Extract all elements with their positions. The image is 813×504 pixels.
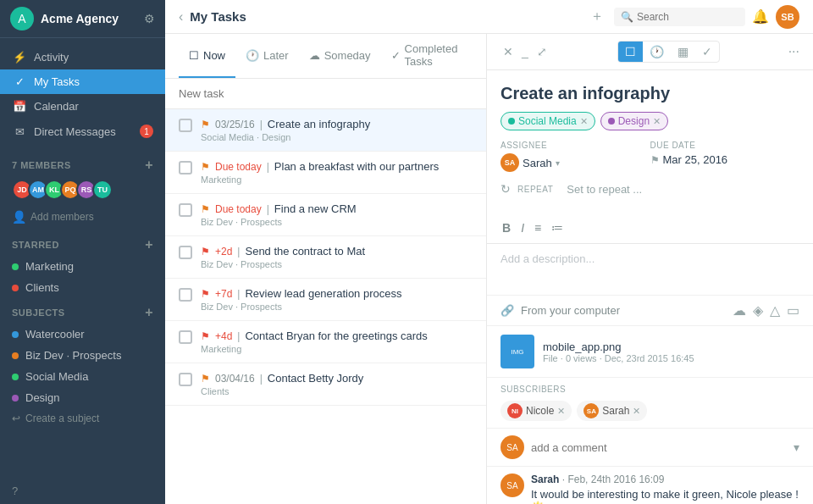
repeat-value[interactable]: Set to repeat ... — [567, 183, 642, 196]
completed-icon: ✓ — [391, 49, 401, 62]
box-icon[interactable]: ▭ — [787, 302, 799, 318]
task-title-row: ⚑ 03/25/16 | Create an infography — [201, 118, 473, 130]
comment-item: SA Sarah · Feb, 24th 2016 16:09 It would… — [501, 474, 799, 504]
dot-icon — [12, 331, 19, 338]
new-task-input[interactable] — [179, 87, 473, 100]
add-member-icon[interactable]: + — [145, 158, 153, 173]
user-avatar[interactable]: SB — [776, 5, 799, 29]
tab-now[interactable]: ☐ Now — [179, 34, 235, 78]
expand-icon[interactable]: ⤢ — [534, 42, 550, 61]
task-content: ⚑ +2d | Send the contract to Mat Biz Dev… — [201, 245, 473, 269]
search-input[interactable] — [637, 11, 738, 23]
tab-completed[interactable]: ✓ Completed Tasks — [381, 34, 473, 78]
now-icon: ☐ — [189, 49, 199, 62]
tag-social-media[interactable]: Social Media ✕ — [501, 112, 595, 130]
minimize-icon[interactable]: _ — [519, 42, 531, 61]
sidebar-item-activity[interactable]: ⚡ Activity — [0, 45, 165, 69]
dot-icon — [12, 285, 19, 291]
help-btn[interactable]: ? — [0, 478, 165, 504]
remove-subscriber-icon[interactable]: ✕ — [557, 406, 565, 417]
bell-icon[interactable]: 🔔 — [752, 8, 769, 25]
task-item[interactable]: ⚑ +2d | Send the contract to Mat Biz Dev… — [165, 236, 486, 279]
tab-later[interactable]: 🕐 Later — [235, 34, 299, 78]
view-toggle: ☐ 🕐 ▦ ✓ — [617, 41, 720, 63]
subscriber-sarah[interactable]: SA Sarah ✕ — [577, 401, 647, 421]
subject-item-design[interactable]: Design — [0, 387, 165, 408]
app-name: Acme Agency — [41, 12, 144, 25]
due-date: Mar 25, 2016 — [663, 153, 728, 166]
description-area[interactable]: Add a description... — [487, 244, 813, 295]
back-button[interactable]: ‹ — [179, 9, 183, 25]
members-section: 7 MEMBERS + — [0, 151, 165, 176]
task-title-row: ⚑ +7d | Review lead generation process — [201, 287, 473, 300]
view-check-btn[interactable]: ✓ — [695, 42, 719, 62]
tag-remove-icon[interactable]: ✕ — [653, 116, 661, 127]
task-item[interactable]: ⚑ 03/25/16 | Create an infography Social… — [165, 109, 486, 152]
italic-button[interactable]: I — [519, 219, 526, 236]
tag-design[interactable]: Design ✕ — [600, 112, 668, 130]
add-members-btn[interactable]: 👤 Add members — [0, 207, 165, 230]
numbered-list-button[interactable]: ≔ — [550, 219, 565, 236]
task-title: Create an infography — [268, 118, 370, 130]
comment-input[interactable] — [531, 441, 787, 454]
close-icon[interactable]: ✕ — [501, 42, 516, 61]
messages-icon: ✉ — [12, 125, 27, 138]
gear-icon[interactable]: ⚙ — [144, 12, 155, 25]
task-container: ☐ Now 🕐 Later ☁ Someday ✓ Completed Task… — [165, 34, 813, 504]
more-options-btn[interactable]: ··· — [788, 44, 799, 59]
task-item[interactable]: ⚑ Due today | Plan a breakfast with our … — [165, 152, 486, 194]
bold-button[interactable]: B — [501, 219, 512, 236]
sidebar-item-calendar[interactable]: 📅 Calendar — [0, 94, 165, 119]
current-user-avatar: SA — [501, 435, 524, 459]
task-checkbox[interactable] — [179, 288, 192, 302]
task-item[interactable]: ⚑ 03/04/16 | Contact Betty Jordy Clients — [165, 363, 486, 406]
view-time-btn[interactable]: 🕐 — [643, 42, 671, 62]
sidebar-item-label: Direct Messages — [34, 125, 116, 138]
new-task-area — [165, 79, 486, 109]
cloud-icon[interactable]: ☁ — [733, 302, 746, 318]
remove-subscriber-icon[interactable]: ✕ — [633, 406, 640, 417]
tag-remove-icon[interactable]: ✕ — [580, 116, 588, 127]
task-checkbox[interactable] — [179, 373, 192, 386]
tab-someday[interactable]: ☁ Someday — [299, 34, 381, 78]
task-checkbox[interactable] — [179, 119, 192, 132]
task-title: Plan a breakfast with our partners — [274, 160, 439, 173]
task-item[interactable]: ⚑ +4d | Contact Bryan for the greetings … — [165, 321, 486, 363]
task-content: ⚑ +4d | Contact Bryan for the greetings … — [201, 330, 473, 354]
task-checkbox[interactable] — [179, 203, 192, 217]
starred-item-marketing[interactable]: Marketing — [0, 256, 165, 277]
task-checkbox[interactable] — [179, 161, 192, 174]
view-detail-btn[interactable]: ☐ — [618, 42, 643, 62]
sidebar-item-my-tasks[interactable]: ✓ My Tasks — [0, 69, 165, 94]
subscriber-nicole[interactable]: NI Nicole ✕ — [501, 401, 572, 421]
create-subject-btn[interactable]: ↩ Create a subject — [0, 408, 165, 429]
subject-item-watercooler[interactable]: Watercooler — [0, 324, 165, 345]
file-meta: File · 0 views · Dec, 23rd 2015 16:45 — [543, 353, 799, 363]
send-icon[interactable]: ▾ — [794, 440, 799, 454]
avatar: TU — [92, 180, 113, 200]
dropbox-icon[interactable]: ◈ — [753, 302, 763, 318]
commenter-avatar: SA — [501, 474, 524, 497]
file-name: mobile_app.png — [543, 341, 799, 353]
subscriber-name: Sarah — [602, 405, 629, 417]
task-checkbox[interactable] — [179, 330, 192, 344]
subject-item-biz-dev[interactable]: Biz Dev · Prospects — [0, 345, 165, 366]
task-item[interactable]: ⚑ Due today | Find a new CRM Biz Dev · P… — [165, 194, 486, 236]
activity-section: SA Sarah · Feb, 24th 2016 16:09 It would… — [487, 467, 813, 504]
task-checkbox[interactable] — [179, 246, 192, 259]
view-grid-btn[interactable]: ▦ — [671, 42, 695, 62]
detail-header: ✕ _ ⤢ ☐ 🕐 ▦ ✓ ··· — [487, 34, 813, 70]
subject-item-social-media[interactable]: Social Media — [0, 366, 165, 387]
add-subject-icon[interactable]: + — [145, 305, 153, 320]
attach-area[interactable]: 🔗 From your computer ☁ ◈ △ ▭ — [487, 295, 813, 326]
add-icon[interactable]: ＋ — [587, 4, 607, 29]
add-starred-icon[interactable]: + — [145, 237, 153, 252]
task-item[interactable]: ⚑ +7d | Review lead generation process B… — [165, 279, 486, 321]
starred-item-clients[interactable]: Clients — [0, 277, 165, 298]
later-icon: 🕐 — [246, 49, 259, 62]
header-actions: ＋ 🔍 🔔 SB — [587, 4, 799, 29]
task-detail-title: Create an infography — [487, 70, 813, 112]
bullet-list-button[interactable]: ≡ — [533, 219, 543, 236]
sidebar-item-direct-messages[interactable]: ✉ Direct Messages 1 — [0, 119, 165, 144]
drive-icon[interactable]: △ — [770, 302, 780, 318]
